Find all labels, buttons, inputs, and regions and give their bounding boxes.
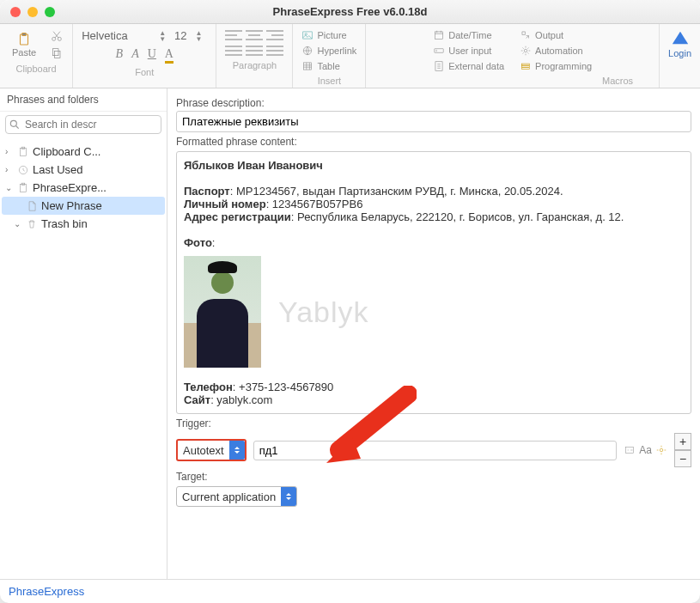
case-toggle[interactable]: Aa [639,444,652,456]
svg-rect-4 [54,51,60,58]
trigger-text-input[interactable] [253,441,618,460]
insert-hyperlink-button[interactable]: Hyperlink [301,45,356,57]
svg-rect-10 [435,32,443,40]
ribbon-clipboard: Paste Clipboard [0,24,73,88]
expert-icon[interactable] [624,444,636,456]
font-size-select[interactable]: 12 [174,29,186,42]
settings-icon[interactable] [655,444,667,456]
align-center-button[interactable] [246,29,263,41]
add-trigger-button[interactable]: + [674,433,691,450]
target-label: Target: [176,471,691,483]
main-panel: Phrase description: Formatted phrase con… [167,88,700,579]
svg-point-7 [306,34,307,35]
svg-rect-11 [435,49,444,53]
footer-link[interactable]: PhraseExpress [9,585,84,598]
bold-button[interactable]: B [116,47,124,64]
copy-icon[interactable] [50,46,64,60]
macro-datetime-button[interactable]: Date/Time [433,29,491,41]
svg-rect-16 [521,68,529,70]
svg-rect-14 [521,64,529,65]
list-bullet-button[interactable] [225,45,242,57]
svg-rect-1 [22,34,27,36]
svg-point-17 [10,120,16,126]
tree-item-trashbin[interactable]: ⌄Trash bin [2,215,165,233]
titlebar: PhraseExpress Free v6.0.18d [0,0,700,24]
indent-button[interactable] [266,45,283,57]
svg-point-13 [524,49,527,52]
cut-icon[interactable] [50,29,64,43]
ribbon: Paste Clipboard Helvetica ▲▼ 12 ▲▼ B A U… [0,24,700,88]
content-label: Formatted phrase content: [176,136,691,148]
description-label: Phrase description: [176,97,691,109]
svg-rect-5 [52,49,58,56]
insert-table-button[interactable]: Table [301,60,339,72]
window-title: PhraseExpress Free v6.0.18d [0,5,700,18]
font-stepper[interactable]: ▲▼ [159,30,166,42]
chevron-updown-icon [281,487,296,506]
sidebar: Phrases and folders ›Clipboard C... ›Las… [0,88,167,579]
align-right-button[interactable] [266,29,283,41]
remove-trigger-button[interactable]: − [674,450,691,467]
chevron-updown-icon [229,441,245,460]
ribbon-font: Helvetica ▲▼ 12 ▲▼ B A U A Font [73,24,216,88]
app-window: PhraseExpress Free v6.0.18d Paste Clipbo… [0,0,700,603]
search-input[interactable] [5,115,161,134]
font-color-button[interactable]: A [165,47,173,64]
size-stepper[interactable]: ▲▼ [196,30,203,42]
target-select[interactable]: Current application [176,486,297,507]
tree-item-lastused[interactable]: ›Last Used [2,161,165,179]
svg-point-24 [660,448,663,452]
macro-automation-button[interactable]: Automation [520,45,583,57]
tree-item-phraseexpress[interactable]: ⌄PhraseExpre... [2,179,165,197]
tree-item-newphrase[interactable]: New Phrase [2,197,165,215]
svg-rect-9 [304,63,312,70]
ribbon-macros: Date/Time User input External data Outpu… [366,24,660,88]
font-name-select[interactable]: Helvetica [82,29,150,42]
search-icon [9,119,21,131]
folder-tree: ›Clipboard C... ›Last Used ⌄PhraseExpre.… [0,137,167,238]
photo-image [184,256,261,368]
description-input[interactable] [176,111,691,132]
macro-externaldata-button[interactable]: External data [433,60,504,72]
macro-output-button[interactable]: Output [520,29,563,41]
trigger-label: Trigger: [176,417,691,429]
italic-button[interactable]: A [131,47,139,64]
ribbon-paragraph: Paragraph [216,24,293,88]
svg-rect-15 [521,65,529,67]
login-button[interactable]: Login [660,24,700,88]
footer: PhraseExpress [0,579,700,603]
watermark-text: Yablyk [278,295,369,329]
macro-programming-button[interactable]: Programming [520,60,592,72]
paste-button[interactable]: Paste [9,30,40,59]
content-editor[interactable]: Яблыков Иван Иванович Паспорт: MP1234567… [176,151,691,414]
list-number-button[interactable] [246,45,263,57]
align-left-button[interactable] [225,29,242,41]
underline-button[interactable]: U [148,47,156,64]
macro-userinput-button[interactable]: User input [433,45,491,57]
trigger-type-select[interactable]: Autotext [176,439,247,461]
insert-picture-button[interactable]: Picture [301,29,346,41]
ribbon-insert: Picture Hyperlink Table Insert [293,24,366,88]
sidebar-title: Phrases and folders [0,88,167,112]
tree-item-clipboard[interactable]: ›Clipboard C... [2,143,165,161]
